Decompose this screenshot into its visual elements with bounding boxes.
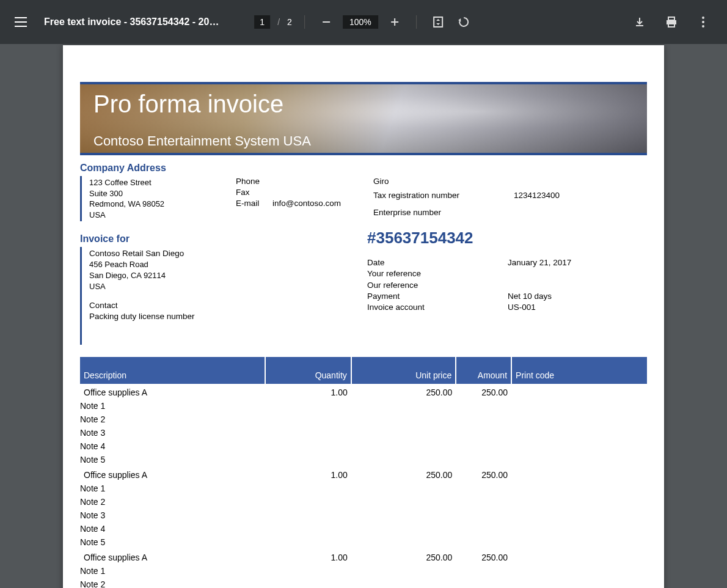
line-items-table: DescriptionQuantityUnit priceAmountPrint… xyxy=(80,357,647,588)
table-cell: 1.00 xyxy=(265,466,351,482)
invoice-number: #35637154342 xyxy=(367,229,647,248)
plus-icon xyxy=(390,17,400,27)
print-button[interactable] xyxy=(662,13,681,31)
note-cell: Note 4 xyxy=(80,439,647,453)
svg-point-9 xyxy=(702,21,704,23)
table-header-cell: Unit price xyxy=(351,357,456,384)
company-address-line: Suite 300 xyxy=(89,188,236,199)
invoice-info-grid: Invoice for Contoso Retail San Diego456 … xyxy=(80,229,647,345)
minus-icon xyxy=(321,17,331,27)
table-cell xyxy=(511,384,647,399)
table-note-row: Note 3 xyxy=(80,426,647,439)
value: US-001 xyxy=(508,302,647,313)
pdf-viewer[interactable]: Pro forma invoice Contoso Entertainment … xyxy=(0,44,727,588)
label: Fax xyxy=(236,187,272,198)
invoice-for-line: San Diego, CA 92114 xyxy=(89,270,367,281)
invoice-for-line: Contoso Retail San Diego xyxy=(89,248,367,259)
table-cell: 250.00 xyxy=(351,549,456,564)
note-cell: Note 4 xyxy=(80,522,647,535)
zoom-input[interactable] xyxy=(343,15,378,29)
report-banner: Pro forma invoice Contoso Entertainment … xyxy=(80,82,647,155)
company-contact: PhoneFaxE-mailinfo@contoso.com xyxy=(236,176,373,221)
note-cell: Note 5 xyxy=(80,453,647,466)
company-contact-row: E-mailinfo@contoso.com xyxy=(236,198,373,209)
note-cell: Note 1 xyxy=(80,482,647,495)
invoice-for-block: Contoso Retail San Diego456 Peach RoadSa… xyxy=(80,247,367,345)
toolbar-center: / 2 xyxy=(254,13,473,31)
table-cell xyxy=(511,466,647,482)
label: Date xyxy=(367,257,508,268)
page-number-input[interactable] xyxy=(254,15,270,29)
table-row: Office supplies A1.00250.00250.00 xyxy=(80,549,647,564)
value xyxy=(508,268,647,279)
note-cell: Note 3 xyxy=(80,509,647,522)
table-note-row: Note 2 xyxy=(80,413,647,426)
separator xyxy=(304,15,305,29)
menu-icon[interactable] xyxy=(15,17,27,27)
download-button[interactable] xyxy=(630,13,649,31)
table-row: Office supplies A1.00250.00250.00 xyxy=(80,466,647,482)
table-cell: 250.00 xyxy=(351,384,456,399)
banner-title: Pro forma invoice xyxy=(93,90,634,117)
svg-point-10 xyxy=(702,25,704,28)
banner-wrap: Pro forma invoice Contoso Entertainment … xyxy=(80,82,647,155)
value: 1234123400 xyxy=(514,190,647,204)
value: info@contoso.com xyxy=(272,198,341,209)
label: Giro xyxy=(373,176,514,190)
page-divider: / xyxy=(277,17,280,27)
company-address-line: Redmond, WA 98052 xyxy=(89,199,236,210)
company-address-heading: Company Address xyxy=(80,163,647,174)
table-cell: Office supplies A xyxy=(80,384,265,399)
print-icon xyxy=(665,17,678,28)
company-contact-row: Fax xyxy=(236,187,373,198)
note-cell: Note 1 xyxy=(80,564,647,578)
table-cell: 1.00 xyxy=(265,384,351,399)
label: Tax registration number xyxy=(373,190,514,204)
invoice-for-extra-line: Packing duty license number xyxy=(89,311,367,322)
table-cell: 250.00 xyxy=(351,466,456,482)
table-header-row: DescriptionQuantityUnit priceAmountPrint… xyxy=(80,357,647,384)
svg-point-8 xyxy=(702,17,704,19)
company-meta: GiroTax registration number1234123400Ent… xyxy=(373,176,647,221)
invoice-for-line: 456 Peach Road xyxy=(89,259,367,270)
table-note-row: Note 2 xyxy=(80,495,647,509)
note-cell: Note 5 xyxy=(80,535,647,549)
table-cell: Office supplies A xyxy=(80,466,265,482)
company-address-block: 123 Coffee StreetSuite 300Redmond, WA 98… xyxy=(80,176,236,221)
svg-rect-5 xyxy=(668,17,674,20)
rotate-button[interactable] xyxy=(455,13,473,31)
table-header-cell: Print code xyxy=(511,357,647,384)
banner-subtitle: Contoso Entertainment System USA xyxy=(93,133,634,149)
company-address-line: USA xyxy=(89,210,236,221)
separator xyxy=(416,15,417,29)
zoom-out-button[interactable] xyxy=(317,13,335,31)
value xyxy=(514,176,647,190)
toolbar-right xyxy=(630,13,712,31)
document-content: Company Address 123 Coffee StreetSuite 3… xyxy=(63,155,664,588)
table-row: Office supplies A1.00250.00250.00 xyxy=(80,384,647,399)
page-total: 2 xyxy=(287,17,292,27)
note-cell: Note 2 xyxy=(80,413,647,426)
rotate-icon xyxy=(458,16,470,28)
table-note-row: Note 1 xyxy=(80,399,647,413)
svg-rect-7 xyxy=(668,23,674,27)
label: Our reference xyxy=(367,280,508,291)
more-vertical-icon xyxy=(702,17,704,28)
invoice-detail-section: #35637154342 DateJanuary 21, 2017Your re… xyxy=(367,229,647,313)
label: Enterprise number xyxy=(373,207,514,221)
invoice-detail-rows: DateJanuary 21, 2017Your referenceOur re… xyxy=(367,257,647,313)
table-note-row: Note 4 xyxy=(80,439,647,453)
more-button[interactable] xyxy=(694,13,712,31)
table-note-row: Note 5 xyxy=(80,453,647,466)
invoice-for-section: Invoice for Contoso Retail San Diego456 … xyxy=(80,229,367,345)
table-cell: 250.00 xyxy=(456,466,511,482)
label: Your reference xyxy=(367,268,508,279)
value: Net 10 days xyxy=(508,291,647,302)
company-contact-row: Phone xyxy=(236,176,373,187)
fit-page-icon xyxy=(433,17,444,28)
table-header-cell: Description xyxy=(80,357,265,384)
invoice-for-line: USA xyxy=(89,281,367,292)
fit-page-button[interactable] xyxy=(429,13,447,31)
value xyxy=(514,207,647,221)
zoom-in-button[interactable] xyxy=(385,13,404,31)
